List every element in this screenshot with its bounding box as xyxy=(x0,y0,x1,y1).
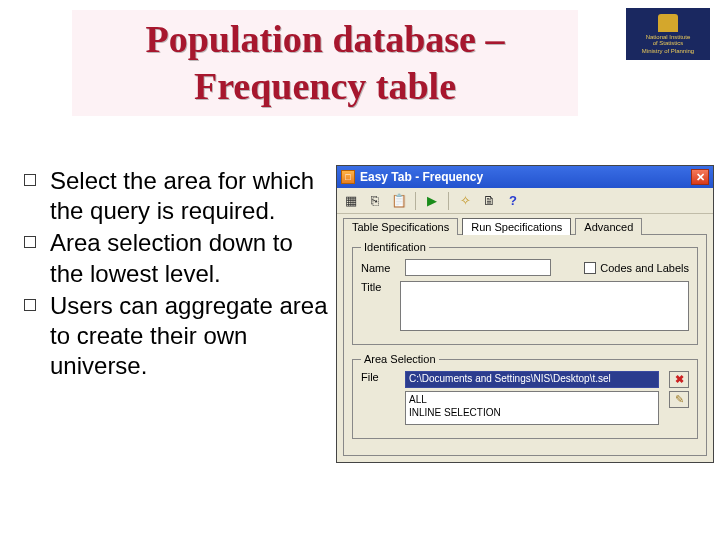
grid-icon[interactable]: ▦ xyxy=(341,191,361,211)
toolbar-separator xyxy=(448,192,449,210)
toolbar: ▦ ⎘ 📋 ▶ ✧ 🗎 ? xyxy=(337,188,713,214)
list-item[interactable]: INLINE SELECTION xyxy=(409,406,655,419)
frequency-dialog: □ Easy Tab - Frequency ✕ ▦ ⎘ 📋 ▶ ✧ 🗎 ? T… xyxy=(336,165,714,463)
crest-icon xyxy=(658,14,678,32)
selection-listbox[interactable]: ALL INLINE SELECTION xyxy=(405,391,659,425)
list-item: Area selection down to the lowest level. xyxy=(24,228,328,288)
checkbox-icon[interactable] xyxy=(584,262,596,274)
edit-selection-button[interactable]: ✎ xyxy=(669,391,689,408)
tab-strip: Table Specifications Run Specifications … xyxy=(337,214,713,235)
tab-panel: Identification Name Codes and Labels Tit… xyxy=(343,234,707,456)
file-path-field[interactable]: C:\Documents and Settings\NIS\Desktop\t.… xyxy=(405,371,659,388)
codes-labels-text: Codes and Labels xyxy=(600,262,689,274)
app-icon: □ xyxy=(341,170,355,184)
paste-icon[interactable]: 📋 xyxy=(389,191,409,211)
name-input[interactable] xyxy=(405,259,551,276)
close-button[interactable]: ✕ xyxy=(691,169,709,185)
panel-body: Identification Name Codes and Labels Tit… xyxy=(344,235,706,455)
file-label: File xyxy=(361,371,399,383)
bullet-list: Select the area for which the query is r… xyxy=(24,166,328,384)
tab-advanced[interactable]: Advanced xyxy=(575,218,642,235)
identification-legend: Identification xyxy=(361,241,429,253)
bullet-text: Users can aggregate area to create their… xyxy=(50,291,328,382)
toolbar-separator xyxy=(415,192,416,210)
name-label: Name xyxy=(361,262,399,274)
logo-line3: Ministry of Planning xyxy=(642,48,694,54)
tab-run-specifications[interactable]: Run Specifications xyxy=(462,218,571,235)
codes-labels-checkbox[interactable]: Codes and Labels xyxy=(584,262,689,274)
area-selection-group: Area Selection File C:\Documents and Set… xyxy=(352,353,698,439)
list-item: Select the area for which the query is r… xyxy=(24,166,328,226)
list-item: Users can aggregate area to create their… xyxy=(24,291,328,382)
title-band: Population database – Frequency table xyxy=(72,10,578,116)
clipboard-icon[interactable]: 🗎 xyxy=(479,191,499,211)
clear-selection-button[interactable]: ✖ xyxy=(669,371,689,388)
bullet-square-icon xyxy=(24,299,36,311)
bullet-text: Select the area for which the query is r… xyxy=(50,166,328,226)
bullet-text: Area selection down to the lowest level. xyxy=(50,228,328,288)
area-legend: Area Selection xyxy=(361,353,439,365)
list-item[interactable]: ALL xyxy=(409,393,655,406)
bullet-square-icon xyxy=(24,236,36,248)
tab-table-specifications[interactable]: Table Specifications xyxy=(343,218,458,235)
title-textarea[interactable] xyxy=(400,281,689,331)
bullet-square-icon xyxy=(24,174,36,186)
titlebar[interactable]: □ Easy Tab - Frequency ✕ xyxy=(337,166,713,188)
play-icon[interactable]: ▶ xyxy=(422,191,442,211)
org-logo: National Institute of Statistics Ministr… xyxy=(626,8,710,60)
copy-icon[interactable]: ⎘ xyxy=(365,191,385,211)
title-label: Title xyxy=(361,281,394,293)
identification-group: Identification Name Codes and Labels Tit… xyxy=(352,241,698,345)
logo-line2: of Statistics xyxy=(653,40,684,46)
help-icon[interactable]: ? xyxy=(503,191,523,211)
slide-title: Population database – Frequency table xyxy=(72,16,578,111)
wand-icon[interactable]: ✧ xyxy=(455,191,475,211)
window-title: Easy Tab - Frequency xyxy=(360,170,691,184)
